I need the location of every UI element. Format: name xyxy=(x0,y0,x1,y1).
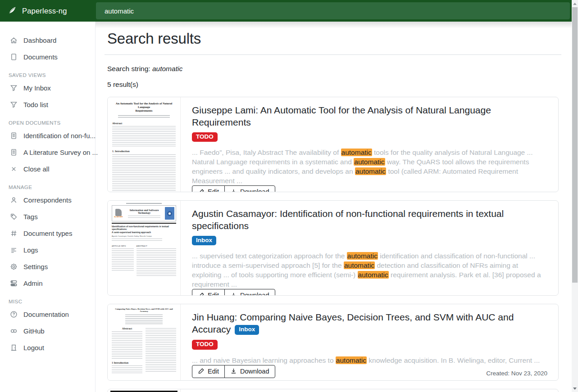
file-text-icon xyxy=(10,149,18,156)
download-button[interactable]: Download xyxy=(224,185,275,192)
result-actions: Edit Download xyxy=(192,365,275,378)
search-highlight: automatic xyxy=(344,261,375,269)
pencil-icon xyxy=(198,189,205,192)
result-title-link[interactable]: Agustin Casamayor: Identification of non… xyxy=(192,208,504,231)
edit-button[interactable]: Edit xyxy=(192,289,225,296)
toggles-icon xyxy=(10,279,18,287)
search-highlight: automatic xyxy=(347,252,378,260)
download-button[interactable]: Download xyxy=(224,289,275,296)
result-actions: Edit Download xyxy=(192,185,275,192)
search-highlight: automatic xyxy=(336,356,367,364)
edit-button[interactable]: Edit xyxy=(192,365,225,378)
sidebar-item-document-types[interactable]: Document types xyxy=(0,225,95,242)
result-title: Jin Huang: Comparing Naive Bayes, Decisi… xyxy=(192,311,547,336)
sidebar-item-github[interactable]: GitHub xyxy=(0,323,95,339)
tag-icon xyxy=(10,213,18,221)
result-title: Giuseppe Lami: An Automatic Tool for the… xyxy=(192,104,547,129)
elsevier-logo: ELSEVIER xyxy=(114,209,123,218)
sidebar-item-documents[interactable]: Documents xyxy=(0,49,95,65)
sidebar-item-correspondents[interactable]: Correspondents xyxy=(0,192,95,208)
hash-icon xyxy=(10,230,18,237)
top-navbar: Paperless-ng xyxy=(0,0,572,22)
door-icon xyxy=(10,344,18,351)
main-content: Search results Search string: automatic … xyxy=(96,22,572,392)
download-icon xyxy=(230,292,237,296)
thumbnail-authors xyxy=(118,115,170,119)
close-icon xyxy=(10,165,18,173)
filter-icon xyxy=(10,101,18,108)
search-highlight: automatic xyxy=(341,149,372,156)
result-snippet: ... supervised text categorization appro… xyxy=(192,251,547,289)
sidebar-item-settings[interactable]: Settings xyxy=(0,258,95,275)
search-term: automatic xyxy=(152,65,182,72)
tag-badge-inbox[interactable]: Inbox xyxy=(235,325,259,335)
tag-row: Inbox xyxy=(192,236,547,246)
vertical-scrollbar[interactable] xyxy=(572,0,578,392)
result-card-partial xyxy=(107,389,559,392)
sidebar-heading-open-documents: OPEN DOCUMENTS xyxy=(9,120,95,126)
download-button[interactable]: Download xyxy=(224,365,275,378)
sidebar-item-close-all[interactable]: Close all xyxy=(0,161,95,177)
sidebar-item-logout[interactable]: Logout xyxy=(0,339,95,356)
logs-icon xyxy=(10,246,18,254)
tag-row: TODO xyxy=(192,340,547,350)
scroll-down-arrow[interactable] xyxy=(572,385,578,392)
tag-badge-inbox[interactable]: Inbox xyxy=(192,236,216,246)
app-brand[interactable]: Paperless-ng xyxy=(0,5,96,17)
pencil-icon xyxy=(198,368,205,374)
dashboard-icon xyxy=(10,36,18,44)
title-divider xyxy=(105,54,561,55)
search-highlight: automatic xyxy=(358,271,389,279)
global-search-input[interactable] xyxy=(96,2,570,19)
documents-icon xyxy=(10,53,18,61)
search-highlight: automatic xyxy=(355,167,386,175)
result-snippet: ... and naive Bayesian learning approach… xyxy=(192,356,547,365)
sidebar-heading-manage: MANAGE xyxy=(9,185,95,190)
filter-icon xyxy=(10,84,18,92)
sidebar-item-documentation[interactable]: Documentation xyxy=(0,306,95,323)
search-highlight: automatic xyxy=(354,158,385,166)
sidebar-item-logs[interactable]: Logs xyxy=(0,242,95,258)
sidebar-item-tags[interactable]: Tags xyxy=(0,208,95,225)
document-thumbnail[interactable]: An Automatic Tool for the Analysis of Na… xyxy=(108,97,181,192)
sidebar-heading-saved-views: SAVED VIEWS xyxy=(9,72,95,78)
scrollbar-thumb[interactable] xyxy=(572,7,578,283)
search-string-line: Search string: automatic xyxy=(107,65,559,73)
download-icon xyxy=(230,189,237,192)
result-card: An Automatic Tool for the Analysis of Na… xyxy=(107,97,559,192)
journal-cover xyxy=(165,207,174,220)
file-text-icon xyxy=(10,132,18,140)
edit-button[interactable]: Edit xyxy=(192,185,225,192)
document-thumbnail[interactable] xyxy=(108,389,181,392)
app-title: Paperless-ng xyxy=(22,7,67,15)
result-card: ELSEVIER Information and Software Techno… xyxy=(107,200,559,296)
result-card: Comparing Naive Bayes, Decision Trees, a… xyxy=(107,304,559,381)
sidebar-item-open-doc-2[interactable]: A Literature Survey on ... xyxy=(0,144,95,161)
person-icon xyxy=(10,196,18,204)
sidebar-item-open-doc-1[interactable]: Identification of non-fu... xyxy=(0,127,95,144)
sidebar-item-my-inbox[interactable]: My Inbox xyxy=(0,80,95,96)
created-date: Created: Nov 23, 2020 xyxy=(486,370,547,378)
link-icon xyxy=(10,327,18,335)
tag-badge-todo[interactable]: TODO xyxy=(192,340,218,350)
result-count: 5 result(s) xyxy=(107,81,559,89)
result-snippet: ... Faedo”, Pisa, Italy Abstract The ava… xyxy=(192,148,547,185)
sidebar: Dashboard Documents SAVED VIEWS My Inbox… xyxy=(0,22,96,392)
download-icon xyxy=(230,368,237,374)
gear-icon xyxy=(10,263,18,270)
scroll-up-arrow[interactable] xyxy=(572,0,578,7)
created-date: Created: Mar 25, 2009 xyxy=(487,294,547,296)
sidebar-heading-misc: MISC xyxy=(9,299,95,304)
question-circle-icon xyxy=(10,311,18,318)
result-title-link[interactable]: Giuseppe Lami: An Automatic Tool for the… xyxy=(192,105,491,127)
sidebar-item-admin[interactable]: Admin xyxy=(0,275,95,292)
page-title: Search results xyxy=(107,30,559,47)
sidebar-item-todo-list[interactable]: Todo list xyxy=(0,96,95,113)
document-thumbnail[interactable]: Comparing Naive Bayes, Decision Trees, a… xyxy=(108,304,181,380)
result-actions: Edit Download xyxy=(192,289,275,296)
created-date: Created: Aug 1, 1996 xyxy=(490,190,547,192)
tag-badge-todo[interactable]: TODO xyxy=(192,132,218,142)
document-thumbnail[interactable]: ELSEVIER Information and Software Techno… xyxy=(108,201,181,295)
pencil-icon xyxy=(198,292,205,296)
sidebar-item-dashboard[interactable]: Dashboard xyxy=(0,32,95,49)
